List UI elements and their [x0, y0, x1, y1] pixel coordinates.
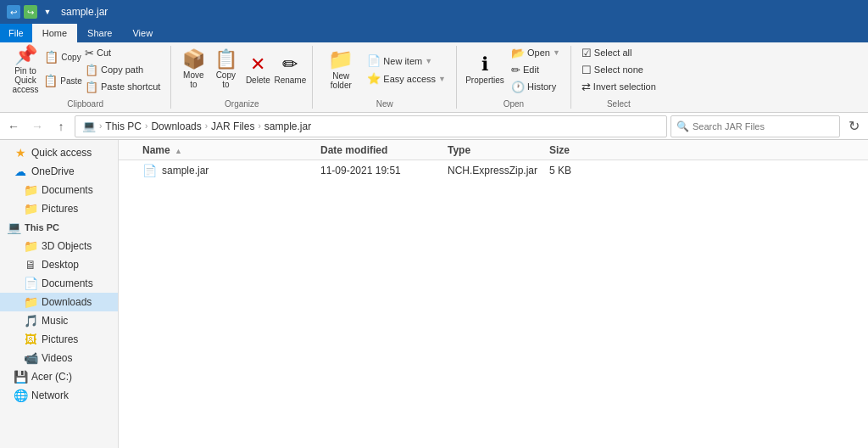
col-header-size[interactable]: Size [549, 144, 617, 156]
invert-label: Invert selection [593, 81, 656, 92]
file-date: 11-09-2021 19:51 [320, 165, 401, 176]
back-button[interactable]: ← [3, 116, 24, 137]
chevron-2: › [145, 121, 147, 131]
music-icon: 🎵 [24, 314, 37, 328]
col-header-date[interactable]: Date modified [320, 144, 448, 156]
sidebar-item-network[interactable]: 🌐 Network [0, 386, 118, 405]
open-small-col: 📂 Open ▼ ✏ Edit 🕐 History [508, 46, 564, 93]
ribbon: File Home Share View 📌 Pin to Quick acce… [0, 24, 868, 113]
history-button[interactable]: 🕐 History [508, 79, 564, 95]
select-all-button[interactable]: ☑ Select all [578, 45, 659, 61]
sidebar-item-videos[interactable]: 📹 Videos [0, 349, 118, 367]
paste-label: Paste [60, 76, 82, 86]
search-box[interactable]: 🔍 [670, 115, 840, 137]
ribbon-group-clipboard: 📌 Pin to Quick access 📋 Copy 📋 Paste [0, 46, 171, 109]
down-icon[interactable]: ▼ [41, 5, 54, 19]
ribbon-group-organize: 📦 Move to 📋 Copy to ✕ Delete ✏ Rename Or… [171, 46, 313, 109]
tab-home[interactable]: Home [32, 24, 77, 42]
search-input[interactable] [693, 121, 834, 132]
path-this-pc[interactable]: This PC [105, 120, 142, 132]
sidebar-item-documents[interactable]: 📄 Documents [0, 274, 118, 293]
address-path[interactable]: 💻 › This PC › Downloads › JAR Files › sa… [75, 115, 667, 137]
sidebar-item-3d-objects[interactable]: 📁 3D Objects [0, 237, 118, 255]
copy-path-button[interactable]: 📋 Copy path [81, 62, 164, 78]
table-row[interactable]: 📄 sample.jar 11-09-2021 19:51 NCH.Expres… [119, 160, 868, 181]
address-bar: ← → ↑ 💻 › This PC › Downloads › JAR File… [0, 113, 868, 140]
delete-button[interactable]: ✕ Delete [242, 46, 273, 93]
sidebar-item-desktop[interactable]: 🖥 Desktop [0, 255, 118, 274]
new-folder-button[interactable]: 📁 New folder [320, 46, 362, 93]
sidebar-label-acer-c: Acer (C:) [31, 371, 72, 383]
properties-button[interactable]: ℹ Properties [464, 46, 506, 93]
rename-icon: ✏ [282, 55, 298, 74]
open-label: Open [527, 48, 550, 58]
network-icon: 🌐 [14, 389, 27, 402]
pin-to-quick-access-button[interactable]: 📌 Pin to Quick access [7, 46, 44, 93]
sidebar-item-onedrive[interactable]: ☁ OneDrive [0, 162, 118, 181]
cut-icon: ✂ [85, 47, 94, 59]
delete-label: Delete [246, 76, 270, 85]
open-button[interactable]: 📂 Open ▼ [508, 45, 564, 61]
sidebar-item-pictures-od[interactable]: 📁 Pictures [0, 199, 118, 218]
invert-selection-button[interactable]: ⇄ Invert selection [578, 79, 659, 95]
sidebar-item-downloads[interactable]: 📁 Downloads [0, 293, 118, 311]
sidebar-item-quick-access[interactable]: ★ Quick access [0, 143, 118, 162]
title-bar-filename: sample.jar [61, 6, 108, 18]
file-name-cell: 📄 sample.jar [125, 164, 320, 177]
paste-button[interactable]: 📋 Paste [46, 70, 80, 92]
title-bar: ↩ ↪ ▼ sample.jar [0, 0, 868, 24]
refresh-button[interactable]: ↻ [843, 116, 865, 136]
file-list-header: Name ▲ Date modified Type Size [119, 140, 868, 160]
select-buttons: ☑ Select all ☐ Select none ⇄ Invert sele… [578, 46, 659, 96]
select-small-col: ☑ Select all ☐ Select none ⇄ Invert sele… [578, 46, 659, 93]
undo-icon[interactable]: ↩ [7, 5, 20, 19]
easy-access-label: Easy access [383, 74, 436, 84]
copy-button[interactable]: 📋 Copy [46, 46, 80, 68]
copy-path-icon: 📋 [85, 64, 98, 76]
new-item-button[interactable]: 📄 New item ▼ [364, 53, 449, 69]
clipboard-label: Clipboard [67, 98, 103, 109]
search-icon: 🔍 [676, 120, 689, 132]
col-header-type[interactable]: Type [448, 144, 549, 156]
new-buttons: 📁 New folder 📄 New item ▼ ⭐ Easy access … [320, 46, 449, 96]
path-sample-jar[interactable]: sample.jar [264, 120, 311, 132]
tab-file[interactable]: File [0, 24, 32, 42]
sidebar-item-music[interactable]: 🎵 Music [0, 311, 118, 330]
paste-shortcut-icon: 📋 [85, 81, 98, 93]
sidebar-item-documents-od[interactable]: 📁 Documents [0, 181, 118, 199]
history-icon: 🕐 [511, 81, 525, 93]
sidebar-item-acer-c[interactable]: 💾 Acer (C:) [0, 367, 118, 386]
move-to-button[interactable]: 📦 Move to [178, 46, 209, 93]
redo-icon[interactable]: ↪ [24, 5, 37, 19]
forward-button[interactable]: → [27, 116, 47, 137]
easy-access-button[interactable]: ⭐ Easy access ▼ [364, 70, 449, 87]
col-header-name[interactable]: Name ▲ [125, 144, 320, 156]
up-button[interactable]: ↑ [51, 116, 71, 137]
move-icon: 📦 [182, 50, 205, 69]
folder-icon-docs-od: 📁 [24, 183, 37, 197]
cut-button[interactable]: ✂ Cut [81, 45, 164, 61]
clipboard-buttons: 📌 Pin to Quick access 📋 Copy 📋 Paste [7, 46, 164, 96]
path-downloads[interactable]: Downloads [151, 120, 201, 132]
select-none-button[interactable]: ☐ Select none [578, 62, 659, 78]
tab-view[interactable]: View [122, 24, 163, 42]
file-type-cell: NCH.ExpressZip.jar [448, 165, 549, 176]
paste-shortcut-button[interactable]: 📋 Paste shortcut [81, 79, 164, 95]
file-list: Name ▲ Date modified Type Size 📄 sample.… [119, 140, 868, 448]
sidebar-label-pictures-od: Pictures [42, 203, 78, 215]
tab-share[interactable]: Share [77, 24, 122, 42]
file-name: sample.jar [162, 165, 209, 176]
sidebar-item-this-pc[interactable]: 💻 This PC [0, 218, 118, 237]
file-size: 5 KB [549, 165, 571, 176]
new-label: New [376, 98, 393, 109]
edit-button[interactable]: ✏ Edit [508, 62, 564, 78]
path-jar-files[interactable]: JAR Files [211, 120, 254, 132]
chevron-1: › [99, 121, 102, 131]
new-item-group: 📄 New item ▼ ⭐ Easy access ▼ [364, 46, 449, 93]
paste-icon: 📋 [43, 75, 58, 87]
history-label: History [527, 81, 556, 92]
copy-icon: 📋 [44, 51, 58, 63]
rename-button[interactable]: ✏ Rename [275, 46, 305, 93]
sidebar-item-pictures[interactable]: 🖼 Pictures [0, 330, 118, 349]
copy-to-button[interactable]: 📋 Copy to [210, 46, 241, 93]
